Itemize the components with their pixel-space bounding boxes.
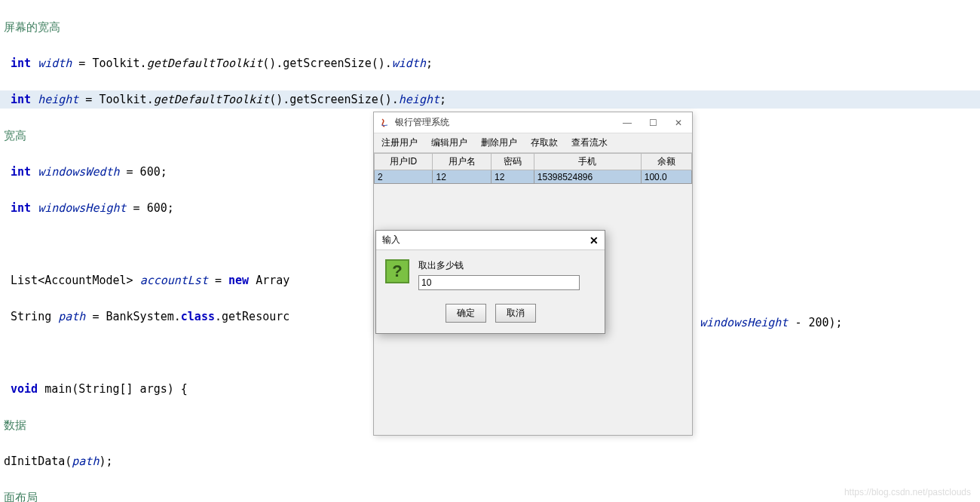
dialog-prompt: 取出多少钱 bbox=[418, 259, 596, 272]
menu-delete[interactable]: 删除用户 bbox=[478, 135, 520, 151]
col-balance[interactable]: 余额 bbox=[641, 154, 691, 170]
menu-edit[interactable]: 编辑用户 bbox=[428, 135, 470, 151]
menubar: 注册用户 编辑用户 删除用户 存取款 查看流水 bbox=[374, 133, 692, 153]
col-username[interactable]: 用户名 bbox=[433, 154, 491, 170]
table-row[interactable]: 2 12 12 15398524896 100.0 bbox=[375, 170, 692, 184]
code-trail: windowsHeight - 200); bbox=[700, 316, 843, 329]
titlebar[interactable]: 银行管理系统 — ☐ ✕ bbox=[374, 112, 692, 133]
watermark: https://blog.csdn.net/pastclouds bbox=[844, 487, 971, 497]
amount-input[interactable] bbox=[418, 275, 580, 290]
table-area: 用户ID 用户名 密码 手机 余额 2 12 12 15398524896 10… bbox=[374, 153, 692, 184]
maximize-button[interactable]: ☐ bbox=[647, 117, 659, 129]
dialog-title: 输入 bbox=[382, 234, 590, 246]
dialog-close-button[interactable]: ✕ bbox=[590, 234, 599, 246]
window-title: 银行管理系统 bbox=[395, 116, 621, 129]
col-phone[interactable]: 手机 bbox=[534, 154, 641, 170]
cell-phone[interactable]: 15398524896 bbox=[534, 170, 641, 184]
cell-password[interactable]: 12 bbox=[491, 170, 534, 184]
menu-transactions[interactable]: 查看流水 bbox=[568, 135, 611, 151]
minimize-button[interactable]: — bbox=[621, 117, 633, 129]
col-userid[interactable]: 用户ID bbox=[375, 154, 433, 170]
menu-deposit[interactable]: 存取款 bbox=[528, 135, 561, 151]
input-dialog: 输入 ✕ ? 取出多少钱 确定 取消 bbox=[375, 230, 605, 334]
accounts-table[interactable]: 用户ID 用户名 密码 手机 余额 2 12 12 15398524896 10… bbox=[374, 153, 692, 184]
comment: 屏幕的宽高 bbox=[4, 20, 60, 34]
close-button[interactable]: ✕ bbox=[672, 117, 684, 129]
java-icon bbox=[378, 117, 390, 129]
cell-balance[interactable]: 100.0 bbox=[641, 170, 691, 184]
ok-button[interactable]: 确定 bbox=[446, 304, 486, 323]
dialog-titlebar[interactable]: 输入 ✕ bbox=[376, 231, 605, 250]
cancel-button[interactable]: 取消 bbox=[495, 304, 536, 323]
cell-userid[interactable]: 2 bbox=[375, 170, 433, 184]
col-password[interactable]: 密码 bbox=[491, 154, 534, 170]
current-line: int height = Toolkit.getDefaultToolkit()… bbox=[0, 90, 980, 109]
cell-username[interactable]: 12 bbox=[433, 170, 491, 184]
menu-register[interactable]: 注册用户 bbox=[378, 135, 421, 151]
table-header-row: 用户ID 用户名 密码 手机 余额 bbox=[375, 154, 692, 170]
question-icon: ? bbox=[385, 259, 409, 283]
